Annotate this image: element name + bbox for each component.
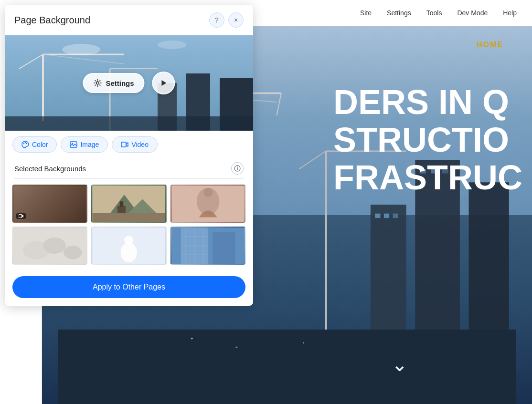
svg-rect-21 — [375, 214, 380, 218]
nav-tools[interactable]: Tools — [419, 0, 450, 26]
svg-line-30 — [277, 93, 281, 115]
thumbnail-5[interactable] — [91, 227, 166, 265]
selected-backgrounds-title: Selected Backgrounds — [14, 165, 86, 173]
svg-point-54 — [23, 143, 24, 144]
svg-rect-68 — [120, 201, 124, 207]
video-tab-label: Video — [131, 141, 149, 148]
close-button[interactable]: × — [228, 12, 244, 28]
image-tab-label: Image — [80, 141, 99, 148]
info-icon — [234, 165, 241, 172]
panel-header: Page Background ? × — [5, 5, 253, 35]
svg-point-38 — [303, 342, 304, 343]
svg-rect-67 — [117, 206, 126, 213]
svg-rect-59 — [121, 142, 126, 147]
svg-point-51 — [158, 41, 186, 49]
info-icon-button[interactable] — [231, 162, 244, 175]
preview-controls: Settings — [83, 72, 175, 94]
svg-rect-62 — [19, 215, 22, 218]
nav-settings[interactable]: Settings — [379, 0, 419, 26]
hero-nav-text: HOME — [477, 41, 503, 49]
video-tab-icon — [121, 141, 128, 148]
play-button[interactable] — [152, 72, 175, 94]
svg-rect-35 — [58, 330, 516, 404]
video-tab[interactable]: Video — [112, 136, 158, 153]
section-divider — [14, 178, 244, 179]
video-badge-1 — [16, 213, 26, 219]
help-button[interactable]: ? — [209, 12, 224, 28]
thumbnail-3[interactable] — [170, 185, 245, 223]
play-icon — [160, 79, 168, 87]
thumbnail-4[interactable] — [12, 227, 87, 265]
thumbnail-2[interactable] — [91, 185, 166, 223]
image-tab-icon — [70, 141, 77, 148]
svg-rect-81 — [213, 232, 235, 264]
svg-point-78 — [124, 236, 133, 245]
svg-point-71 — [203, 188, 213, 197]
settings-pill-button[interactable]: Settings — [83, 73, 144, 93]
svg-point-55 — [25, 142, 26, 143]
thumbnail-6[interactable] — [170, 227, 245, 265]
settings-button-label: Settings — [106, 79, 134, 87]
svg-line-34 — [299, 151, 326, 169]
svg-marker-53 — [162, 80, 167, 86]
svg-point-58 — [72, 143, 73, 145]
nav-site[interactable]: Site — [352, 0, 379, 26]
gear-icon — [93, 79, 102, 87]
svg-point-50 — [62, 44, 100, 55]
svg-point-37 — [235, 346, 237, 348]
thumbnail-1[interactable] — [12, 185, 87, 223]
hero-scroll-chevron: ⌄ — [392, 353, 408, 375]
svg-rect-49 — [5, 116, 253, 131]
svg-rect-22 — [384, 214, 389, 218]
apply-to-other-pages-button[interactable]: Apply to Other Pages — [12, 276, 245, 298]
selected-backgrounds-section: Selected Backgrounds — [5, 158, 253, 176]
tab-row: Color Image Video — [5, 131, 253, 158]
svg-point-52 — [96, 82, 99, 84]
svg-rect-66 — [93, 213, 165, 222]
svg-rect-23 — [393, 214, 398, 218]
image-tab[interactable]: Image — [61, 136, 108, 153]
background-preview: Settings — [5, 35, 253, 131]
color-tab-icon — [21, 141, 29, 148]
svg-point-74 — [43, 238, 66, 254]
color-tab[interactable]: Color — [12, 136, 57, 153]
nav-links: Site Settings Tools Dev Mode Help — [352, 0, 524, 26]
svg-point-56 — [26, 143, 27, 144]
panel-title: Page Background — [14, 15, 90, 26]
apply-button-row: Apply to Other Pages — [5, 270, 253, 306]
svg-point-61 — [237, 166, 238, 167]
thumbnail-grid — [5, 185, 253, 270]
svg-point-75 — [64, 246, 82, 259]
panel-header-actions: ? × — [209, 12, 244, 28]
page-background-panel: Page Background ? × — [5, 5, 253, 306]
svg-point-36 — [191, 338, 193, 340]
color-tab-label: Color — [32, 141, 48, 148]
hero-main-text: DERS IN Q STRUCTIO FRASTRUC — [333, 83, 522, 197]
nav-devmode[interactable]: Dev Mode — [449, 0, 495, 26]
nav-help[interactable]: Help — [495, 0, 524, 26]
